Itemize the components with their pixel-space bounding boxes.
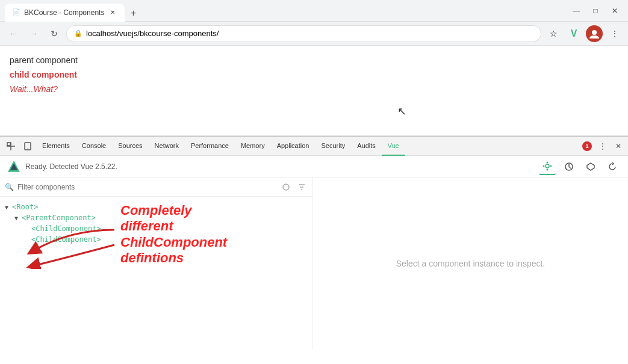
tab-application[interactable]: Application bbox=[271, 137, 316, 156]
parent-component-name: <ParentComponent> bbox=[22, 214, 96, 222]
svg-point-9 bbox=[547, 161, 549, 163]
browser-menu-button[interactable]: ⋮ bbox=[606, 25, 623, 42]
vue-right-panel: Select a component instance to inspect. bbox=[313, 177, 628, 350]
tab-console[interactable]: Console bbox=[76, 137, 112, 156]
tree-toggle[interactable]: ▼ bbox=[5, 204, 8, 211]
devtools-tab-bar: Elements Console Sources Network Perform… bbox=[0, 137, 628, 156]
search-icon: 🔍 bbox=[5, 183, 14, 191]
window-controls: — □ ✕ bbox=[568, 2, 623, 19]
back-button[interactable]: ← bbox=[5, 25, 22, 42]
active-tab[interactable]: 📄 BKCourse - Components ✕ bbox=[5, 4, 125, 22]
vue-components-button[interactable] bbox=[539, 158, 556, 175]
close-button[interactable]: ✕ bbox=[606, 2, 623, 19]
tab-performance[interactable]: Performance bbox=[185, 137, 235, 156]
new-tab-button[interactable]: + bbox=[125, 5, 141, 22]
tab-sources[interactable]: Sources bbox=[112, 137, 148, 156]
inspect-element-button[interactable] bbox=[2, 138, 19, 155]
tab-vue[interactable]: Vue bbox=[382, 137, 405, 156]
reload-button[interactable]: ↻ bbox=[46, 25, 63, 42]
tab-elements[interactable]: Elements bbox=[36, 137, 76, 156]
tab-close-button[interactable]: ✕ bbox=[108, 8, 117, 17]
child-component-name-1: <ChildComponent> bbox=[31, 224, 101, 233]
tree-child-component-1[interactable]: ▶ <ChildComponent> bbox=[0, 223, 312, 234]
tab-bar: 📄 BKCourse - Components ✕ + bbox=[5, 0, 563, 22]
vue-logo bbox=[7, 160, 20, 173]
tab-network[interactable]: Network bbox=[149, 137, 185, 156]
root-component-name: <Root> bbox=[12, 203, 38, 211]
error-badge: 1 bbox=[580, 140, 594, 152]
svg-marker-14 bbox=[587, 163, 594, 170]
child-component-name-2: <ChildComponent> bbox=[31, 235, 101, 244]
vue-refresh-button[interactable] bbox=[604, 158, 621, 175]
wait-text: Wait...What? bbox=[10, 84, 618, 94]
page-content: parent component child component Wait...… bbox=[0, 46, 628, 136]
tab-memory[interactable]: Memory bbox=[235, 137, 271, 156]
devtools-panel: Elements Console Sources Network Perform… bbox=[0, 136, 628, 350]
maximize-button[interactable]: □ bbox=[587, 2, 604, 19]
svg-point-5 bbox=[27, 148, 28, 149]
svg-point-10 bbox=[547, 168, 549, 170]
svg-point-0 bbox=[592, 30, 597, 35]
minimize-button[interactable]: — bbox=[568, 2, 585, 19]
devtools-tab-actions: 1 ⋮ ✕ bbox=[580, 139, 626, 153]
vue-left-panel: 🔍 ▼ <Root> ▼ <ParentComponent> bbox=[0, 177, 313, 350]
vue-history-button[interactable] bbox=[561, 158, 577, 175]
vue-extension-button[interactable]: V bbox=[565, 25, 582, 42]
tab-audits[interactable]: Audits bbox=[351, 137, 382, 156]
lock-icon: 🔒 bbox=[74, 29, 82, 37]
bookmark-button[interactable]: ☆ bbox=[545, 25, 562, 42]
url-input[interactable] bbox=[86, 29, 533, 38]
address-bar[interactable]: 🔒 bbox=[66, 25, 541, 42]
title-bar: 📄 BKCourse - Components ✕ + — □ ✕ bbox=[0, 0, 628, 22]
browser-toolbar: ← → ↻ 🔒 ☆ V ⋮ bbox=[0, 22, 628, 46]
forward-button[interactable]: → bbox=[25, 25, 42, 42]
tree-parent-component[interactable]: ▼ <ParentComponent> bbox=[0, 212, 312, 223]
tab-security[interactable]: Security bbox=[315, 137, 351, 156]
filter-components-input[interactable] bbox=[17, 183, 276, 191]
svg-rect-1 bbox=[7, 143, 10, 146]
vue-toolbar-icons bbox=[539, 158, 621, 175]
svg-point-8 bbox=[546, 164, 549, 168]
parent-component-text: parent component bbox=[10, 55, 618, 65]
tree-toggle[interactable]: ▼ bbox=[14, 215, 18, 221]
svg-point-11 bbox=[543, 165, 545, 167]
mouse-cursor: ↖ bbox=[397, 105, 406, 118]
select-hint-text: Select a component instance to inspect. bbox=[396, 259, 545, 268]
svg-point-12 bbox=[550, 165, 552, 167]
error-count: 1 bbox=[582, 141, 592, 151]
filter-bar: 🔍 bbox=[0, 177, 312, 197]
devtools-close-button[interactable]: ✕ bbox=[611, 139, 626, 153]
svg-point-15 bbox=[283, 184, 289, 190]
devtools-more-button[interactable]: ⋮ bbox=[595, 139, 610, 153]
filter-circle-button[interactable] bbox=[280, 181, 292, 193]
child-component-text: child component bbox=[10, 70, 618, 79]
tree-root[interactable]: ▼ <Root> bbox=[0, 202, 312, 212]
device-toolbar-button[interactable] bbox=[19, 138, 36, 155]
component-tree: ▼ <Root> ▼ <ParentComponent> ▶ <ChildCom… bbox=[0, 197, 312, 350]
tree-child-component-2[interactable]: ▶ <ChildComponent> bbox=[0, 234, 312, 245]
vue-devtools-bar: Ready. Detected Vue 2.5.22. bbox=[0, 156, 628, 177]
tab-title: BKCourse - Components bbox=[24, 8, 104, 17]
filter-sort-button[interactable] bbox=[296, 181, 308, 193]
vue-vuex-button[interactable] bbox=[582, 158, 599, 175]
vue-status-text: Ready. Detected Vue 2.5.22. bbox=[25, 162, 117, 171]
profile-button[interactable] bbox=[586, 25, 603, 42]
tab-icon: 📄 bbox=[12, 8, 20, 16]
vue-main-panel: 🔍 ▼ <Root> ▼ <ParentComponent> bbox=[0, 177, 628, 350]
